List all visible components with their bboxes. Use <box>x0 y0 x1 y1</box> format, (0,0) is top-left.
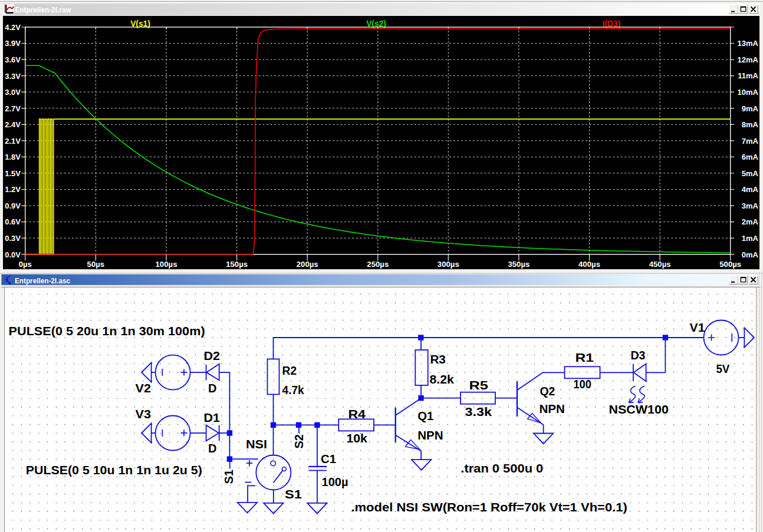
svg-text:2.7V: 2.7V <box>5 104 21 113</box>
svg-text:S1: S1 <box>285 488 302 501</box>
svg-text:2.4V: 2.4V <box>5 120 21 129</box>
svg-text:1.2V: 1.2V <box>5 185 21 194</box>
svg-text:50µs: 50µs <box>87 260 105 269</box>
svg-text:8mA: 8mA <box>742 120 759 129</box>
svg-text:3.3V: 3.3V <box>5 72 21 81</box>
svg-text:450µs: 450µs <box>649 260 671 269</box>
svg-text:3mA: 3mA <box>742 201 759 210</box>
svg-text:R1: R1 <box>575 351 594 364</box>
svg-text:100µ: 100µ <box>322 475 348 488</box>
svg-text:Q1: Q1 <box>417 409 433 422</box>
svg-text:6mA: 6mA <box>742 153 759 161</box>
svg-text:0.6V: 0.6V <box>5 217 21 226</box>
svg-text:300µs: 300µs <box>438 260 459 269</box>
svg-text:13mA: 13mA <box>738 39 759 48</box>
svg-text:PULSE(0 5 20u 1n 1n 30m 100m): PULSE(0 5 20u 1n 1n 30m 100m) <box>9 325 205 338</box>
svg-text:R2: R2 <box>282 364 297 377</box>
svg-text:9mA: 9mA <box>742 104 759 113</box>
svg-text:D3: D3 <box>630 349 645 362</box>
svg-text:V1: V1 <box>690 321 705 334</box>
svg-text:V3: V3 <box>136 408 152 421</box>
svg-text:0.3V: 0.3V <box>5 234 21 243</box>
svg-text:R4: R4 <box>348 408 366 421</box>
svg-text:NSCW100: NSCW100 <box>609 403 669 416</box>
svg-text:2.1V: 2.1V <box>5 137 21 146</box>
svg-text:1.8V: 1.8V <box>5 153 21 161</box>
svg-text:D: D <box>208 382 216 395</box>
svg-text:3.9V: 3.9V <box>5 39 21 48</box>
svg-text:3.6V: 3.6V <box>5 55 21 64</box>
svg-text:V2: V2 <box>136 382 152 395</box>
svg-text:11mA: 11mA <box>738 71 758 80</box>
svg-text:R3: R3 <box>430 353 446 366</box>
svg-text:PULSE(0 5 10u 1n 1n 1u 2u 5): PULSE(0 5 10u 1n 1n 1u 2u 5) <box>26 464 202 477</box>
svg-text:0.0V: 0.0V <box>5 250 21 259</box>
svg-text:S2: S2 <box>292 434 305 448</box>
svg-text:10k: 10k <box>346 432 367 445</box>
svg-text:100: 100 <box>573 378 591 391</box>
svg-text:250µs: 250µs <box>367 260 389 269</box>
svg-text:7mA: 7mA <box>742 137 759 146</box>
svg-text:5V: 5V <box>716 362 730 375</box>
svg-text:2mA: 2mA <box>742 217 759 226</box>
svg-text:R5: R5 <box>469 379 488 392</box>
svg-text:0.9V: 0.9V <box>5 201 21 210</box>
svg-text:NPN: NPN <box>539 402 565 415</box>
svg-text:350µs: 350µs <box>508 260 530 269</box>
svg-text:3.3k: 3.3k <box>465 405 492 418</box>
svg-text:V(s1): V(s1) <box>130 19 150 28</box>
svg-text:Q2: Q2 <box>540 385 555 398</box>
svg-text:1mA: 1mA <box>742 234 759 243</box>
svg-text:Entprellen-2I.raw: Entprellen-2I.raw <box>15 5 72 14</box>
svg-text:5mA: 5mA <box>742 169 759 178</box>
svg-text:NSI: NSI <box>246 438 267 451</box>
svg-text:1.5V: 1.5V <box>5 169 21 178</box>
svg-text:0mA: 0mA <box>742 250 759 259</box>
svg-text:S1: S1 <box>222 470 235 484</box>
svg-text:500µs: 500µs <box>719 260 741 269</box>
svg-text:150µs: 150µs <box>226 260 248 269</box>
svg-text:I(D3): I(D3) <box>603 19 621 28</box>
svg-text:8.2k: 8.2k <box>429 373 454 386</box>
svg-text:400µs: 400µs <box>578 260 600 269</box>
svg-text:4.7k: 4.7k <box>282 384 305 396</box>
svg-text:12mA: 12mA <box>738 55 759 64</box>
svg-text:D: D <box>208 442 216 455</box>
svg-text:4.2V: 4.2V <box>5 23 21 32</box>
svg-text:Entprellen-2I.asc: Entprellen-2I.asc <box>15 276 70 285</box>
svg-text:10mA: 10mA <box>738 88 759 97</box>
svg-text:3.0V: 3.0V <box>5 88 21 97</box>
svg-text:.model NSI SW(Ron=1 Roff=70k V: .model NSI SW(Ron=1 Roff=70k Vt=1 Vh=0.1… <box>351 501 627 514</box>
svg-text:V(s2): V(s2) <box>366 19 386 28</box>
svg-text:D1: D1 <box>204 411 221 424</box>
svg-text:D2: D2 <box>204 349 221 362</box>
svg-text:100µs: 100µs <box>156 260 177 269</box>
svg-text:0µs: 0µs <box>19 260 32 269</box>
svg-text:4mA: 4mA <box>742 185 759 194</box>
svg-text:.tran 0 500u 0: .tran 0 500u 0 <box>461 462 543 475</box>
svg-text:NPN: NPN <box>417 429 443 442</box>
svg-text:200µs: 200µs <box>297 260 318 269</box>
svg-text:C1: C1 <box>321 452 336 465</box>
